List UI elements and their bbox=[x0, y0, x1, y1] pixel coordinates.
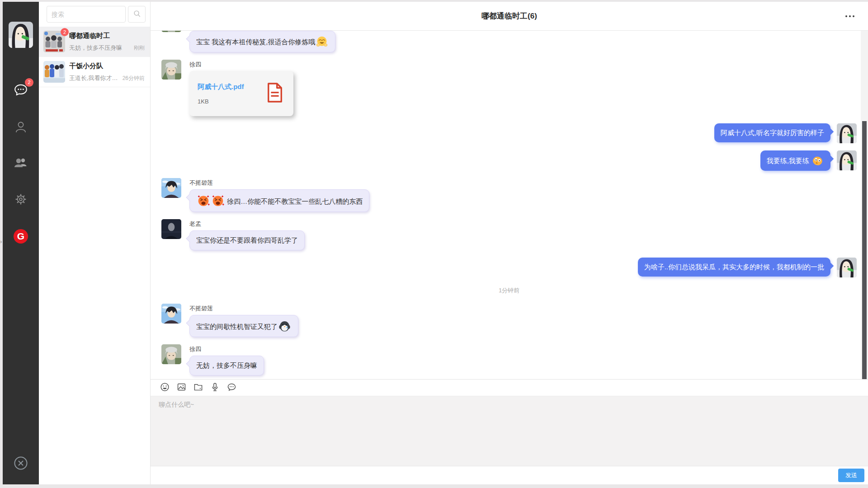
message-incoming: 徐四无妨，技多不压身嘛 bbox=[161, 344, 857, 375]
conversation-avatar: 2 bbox=[43, 31, 65, 52]
sidebar-item-settings[interactable] bbox=[12, 190, 30, 208]
close-button[interactable] bbox=[13, 455, 29, 471]
image-upload-button[interactable] bbox=[176, 382, 187, 393]
message-incoming: 老孟宝宝你还是不要跟着你四哥乱学了 bbox=[161, 219, 857, 250]
chat-panel: 哪都通临时工(6) 宝宝 我这有本祖传秘笈,很适合你修炼哦徐四阿威十八式.pdf… bbox=[151, 2, 868, 484]
avatar[interactable] bbox=[837, 150, 857, 170]
chat-title: 哪都通临时工(6) bbox=[481, 11, 537, 21]
folder-icon bbox=[193, 382, 203, 394]
avatar[interactable] bbox=[837, 123, 857, 143]
penguin-cry-icon bbox=[278, 320, 291, 332]
hugging-face-icon bbox=[316, 36, 328, 47]
app-window: 2 G bbox=[3, 2, 868, 484]
conversation-last-message: 无妨，技多不压身嘛 bbox=[69, 44, 131, 52]
close-icon bbox=[13, 465, 29, 473]
message-outgoing: 我要练,我要练 bbox=[161, 150, 857, 171]
message-text: 我要练,我要练 bbox=[767, 157, 811, 164]
message-area: 宝宝 我这有本祖传秘笈,很适合你修炼哦徐四阿威十八式.pdf1KB阿威十八式,听… bbox=[151, 31, 868, 379]
sidebar-item-contacts[interactable] bbox=[12, 118, 30, 136]
avatar[interactable] bbox=[161, 344, 181, 364]
message-text: 阿威十八式,听名字就好厉害的样子 bbox=[721, 129, 824, 136]
scrollbar-thumb[interactable] bbox=[862, 121, 867, 379]
microphone-icon bbox=[210, 382, 220, 394]
composer: 发送 bbox=[151, 379, 868, 484]
image-icon bbox=[176, 382, 187, 394]
message-incoming: 不摇碧莲宝宝的间歇性机智证又犯了 bbox=[161, 304, 857, 337]
avatar[interactable] bbox=[161, 60, 181, 80]
conversation-list: 2哪都通临时工无妨，技多不压身嘛刚刚干饭小分队王道长,我看你才…26分钟前 bbox=[39, 27, 150, 87]
file-size: 1KB bbox=[198, 98, 244, 105]
message-list: 宝宝 我这有本祖传秘笈,很适合你修炼哦徐四阿威十八式.pdf1KB阿威十八式,听… bbox=[161, 31, 857, 375]
gear-icon bbox=[14, 192, 28, 206]
message-input[interactable] bbox=[151, 396, 868, 466]
message-outgoing: 为啥子..你们总说我呆瓜，其实大多的时候，我都机制的一批 bbox=[161, 258, 857, 277]
unread-badge: 2 bbox=[61, 28, 69, 36]
file-upload-button[interactable] bbox=[193, 382, 203, 393]
avatar[interactable] bbox=[161, 304, 181, 324]
sender-name: 老孟 bbox=[189, 221, 305, 227]
message-input-area bbox=[151, 396, 868, 466]
message-bubble: 宝宝你还是不要跟着你四哥乱学了 bbox=[189, 230, 305, 250]
group-icon bbox=[14, 156, 28, 169]
conversation-item[interactable]: 2哪都通临时工无妨，技多不压身嘛刚刚 bbox=[39, 27, 150, 57]
send-row: 发送 bbox=[151, 466, 868, 484]
voice-message-button[interactable] bbox=[209, 382, 220, 393]
sidebar: 2 G bbox=[3, 2, 39, 484]
avatar[interactable] bbox=[161, 31, 181, 32]
user-avatar[interactable] bbox=[9, 22, 33, 48]
message-text: 为啥子..你们总说我呆瓜，其实大多的时候，我都机制的一批 bbox=[644, 263, 824, 271]
file-message-card[interactable]: 阿威十八式.pdf1KB bbox=[189, 71, 293, 116]
send-button[interactable]: 发送 bbox=[838, 469, 864, 482]
conversation-title: 干饭小分队 bbox=[69, 62, 145, 70]
unread-badge: 2 bbox=[25, 78, 33, 87]
conversation-last-message: 王道长,我看你才… bbox=[69, 74, 120, 82]
smiley-icon bbox=[160, 382, 170, 394]
message-bubble: 阿威十八式,听名字就好厉害的样子 bbox=[714, 123, 830, 142]
sender-name: 不摇碧莲 bbox=[189, 305, 298, 312]
composer-toolbar bbox=[151, 380, 868, 396]
message-bubble: 宝宝的间歇性机智证又犯了 bbox=[189, 315, 298, 337]
chat-dots-icon bbox=[226, 382, 237, 394]
file-name: 阿威十八式.pdf bbox=[198, 83, 244, 91]
search-button[interactable] bbox=[128, 6, 146, 23]
rage-face-icon bbox=[197, 194, 210, 207]
sender-name: 徐四 bbox=[189, 61, 293, 68]
message-text: 宝宝的间歇性机智证又犯了 bbox=[196, 323, 278, 330]
collapse-arrow[interactable]: › bbox=[0, 239, 3, 245]
chat-header: 哪都通临时工(6) bbox=[151, 2, 868, 31]
search-input[interactable] bbox=[47, 6, 126, 23]
conversation-time: 26分钟前 bbox=[123, 75, 145, 82]
message-bubble: 我要练,我要练 bbox=[760, 150, 830, 171]
chat-history-button[interactable] bbox=[226, 382, 237, 393]
sidebar-item-groups[interactable] bbox=[12, 154, 30, 172]
search-icon bbox=[132, 9, 142, 20]
pdf-icon bbox=[266, 82, 283, 105]
avatar[interactable] bbox=[161, 178, 181, 198]
melting-face-icon bbox=[812, 155, 823, 166]
message-incoming: 徐四阿威十八式.pdf1KB bbox=[161, 60, 857, 116]
sender-name: 不摇碧莲 bbox=[189, 179, 369, 186]
message-bubble: 为啥子..你们总说我呆瓜，其实大多的时候，我都机制的一批 bbox=[638, 258, 830, 277]
message-bubble: 无妨，技多不压身嘛 bbox=[189, 356, 264, 375]
message-incoming: 宝宝 我这有本祖传秘笈,很适合你修炼哦 bbox=[161, 31, 857, 52]
app-logo: G bbox=[14, 229, 28, 244]
conversation-avatar bbox=[43, 61, 65, 83]
message-text: 无妨，技多不压身嘛 bbox=[196, 361, 257, 369]
conversation-list-panel: 2哪都通临时工无妨，技多不压身嘛刚刚干饭小分队王道长,我看你才…26分钟前 bbox=[39, 2, 151, 484]
rage-face-icon bbox=[212, 194, 224, 207]
message-incoming: 不摇碧莲 徐四…你能不能不教宝宝一些乱七八糟的东西 bbox=[161, 178, 857, 212]
more-menu-button[interactable] bbox=[844, 13, 855, 20]
sidebar-item-chats[interactable]: 2 bbox=[12, 81, 30, 99]
person-icon bbox=[14, 120, 28, 134]
emoji-picker-button[interactable] bbox=[159, 382, 170, 393]
sender-name: 徐四 bbox=[189, 346, 264, 352]
conversation-title: 哪都通临时工 bbox=[69, 32, 145, 40]
message-text: 徐四…你能不能不教宝宝一些乱七八糟的东西 bbox=[225, 197, 363, 205]
message-outgoing: 阿威十八式,听名字就好厉害的样子 bbox=[161, 123, 857, 143]
message-text: 宝宝你还是不要跟着你四哥乱学了 bbox=[196, 236, 298, 244]
avatar[interactable] bbox=[161, 219, 181, 239]
avatar[interactable] bbox=[837, 258, 857, 277]
conversation-item[interactable]: 干饭小分队王道长,我看你才…26分钟前 bbox=[39, 57, 150, 87]
search-row bbox=[39, 2, 150, 27]
message-timestamp: 1分钟前 bbox=[161, 286, 857, 295]
